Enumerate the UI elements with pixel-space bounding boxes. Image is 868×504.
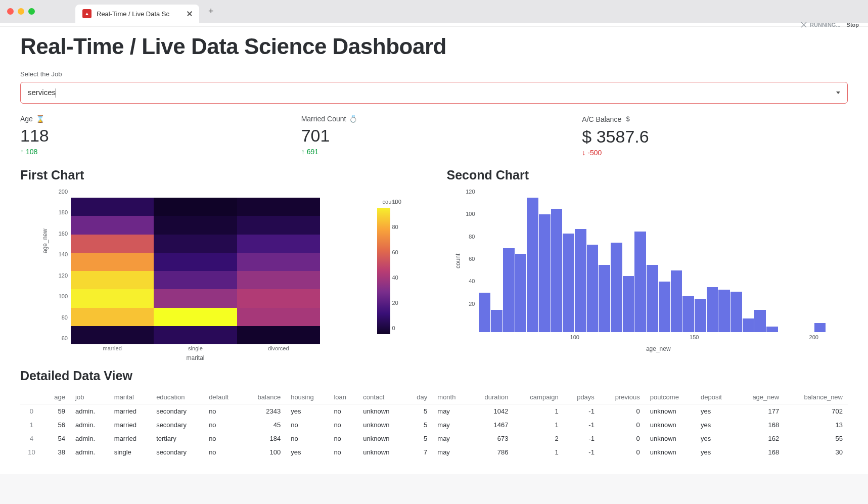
second-chart-title: Second Chart <box>447 168 848 182</box>
table-row[interactable]: 1038admin.singlesecondaryno100yesnounkno… <box>20 445 848 459</box>
running-icon <box>801 22 807 28</box>
metric-married-delta: ↑ 691 <box>301 148 567 156</box>
page-title: Real-Time / Live Data Science Dashboard <box>20 34 848 59</box>
maximize-window-icon[interactable] <box>28 8 35 15</box>
second-chart: Second Chart 20406080100120count10015020… <box>447 168 848 354</box>
select-value: services <box>28 88 56 97</box>
data-table-wrap[interactable]: agejobmaritaleducationdefaultbalancehous… <box>20 390 848 459</box>
streamlit-icon <box>82 9 92 18</box>
first-chart: First Chart 6080100120140160180200age_ne… <box>20 168 422 354</box>
app-toolbar: RUNNING... Stop <box>0 23 868 27</box>
minimize-window-icon[interactable] <box>18 8 24 15</box>
arrow-up-icon: ↑ <box>301 148 305 156</box>
metric-balance-delta: ↓ -500 <box>582 149 848 157</box>
metric-age-value: 118 <box>20 126 286 146</box>
job-select[interactable]: services <box>20 82 848 104</box>
metric-married: Married Count 💍 701 ↑ 691 <box>301 115 567 157</box>
stop-button[interactable]: Stop <box>847 22 859 28</box>
close-tab-icon[interactable] <box>187 11 192 16</box>
table-row[interactable]: 454admin.marriedtertiaryno184nonounknown… <box>20 432 848 445</box>
window-titlebar: Real-Time / Live Data Sc + <box>0 0 868 23</box>
new-tab-button[interactable]: + <box>208 6 214 17</box>
histogram-plot[interactable]: 20406080100120count100150200age_new <box>447 193 848 354</box>
metric-married-value: 701 <box>301 126 567 146</box>
tab-title: Real-Time / Live Data Sc <box>97 10 182 18</box>
heatmap-plot[interactable]: 6080100120140160180200age_newmarriedsing… <box>20 193 422 354</box>
table-row[interactable]: 156admin.marriedsecondaryno45nonounknown… <box>20 418 848 432</box>
browser-tab[interactable]: Real-Time / Live Data Sc <box>75 5 199 23</box>
window-traffic-lights <box>7 8 35 15</box>
running-status: RUNNING... <box>801 22 841 28</box>
dollar-icon: ＄ <box>624 115 631 124</box>
data-table: agejobmaritaleducationdefaultbalancehous… <box>20 390 848 459</box>
first-chart-title: First Chart <box>20 168 422 182</box>
data-view-title: Detailed Data View <box>20 369 848 383</box>
arrow-down-icon: ↓ <box>582 149 585 157</box>
metric-balance-value: $ 3587.6 <box>582 127 848 147</box>
arrow-up-icon: ↑ <box>20 148 24 156</box>
table-row[interactable]: 059admin.marriedsecondaryno2343yesnounkn… <box>20 404 848 419</box>
hourglass-icon: ⌛ <box>36 115 44 123</box>
close-window-icon[interactable] <box>7 8 14 15</box>
metrics-row: Age ⌛ 118 ↑ 108 Married Count 💍 701 ↑ 69… <box>20 115 848 157</box>
metric-age-delta: ↑ 108 <box>20 148 286 156</box>
metric-balance: A/C Balance ＄ $ 3587.6 ↓ -500 <box>582 115 848 157</box>
ring-icon: 💍 <box>349 115 357 123</box>
select-label: Select the Job <box>20 70 848 78</box>
page-content: Real-Time / Live Data Science Dashboard … <box>0 27 868 474</box>
metric-age: Age ⌛ 118 ↑ 108 <box>20 115 286 157</box>
chevron-down-icon <box>836 91 840 94</box>
